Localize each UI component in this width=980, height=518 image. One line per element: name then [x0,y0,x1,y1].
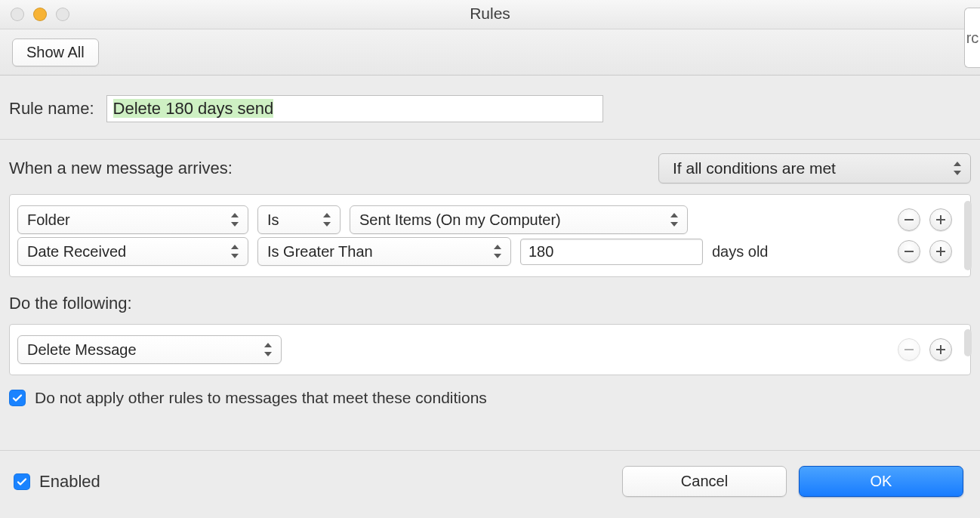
rule-name-value: Delete 180 days send [113,99,274,118]
condition-number-input[interactable]: 180 [520,239,703,265]
action-select[interactable]: Delete Message [17,335,282,364]
do-not-apply-label: Do not apply other rules to messages tha… [35,389,487,407]
condition-field-select[interactable]: Folder [17,205,248,234]
ok-button[interactable]: OK [799,466,963,497]
check-icon [16,476,28,488]
conditions-panel: Folder Is Sent Items (On my Computer) [9,194,971,277]
actions-section: Do the following: Delete Message [0,277,980,375]
add-condition-button[interactable] [929,240,952,263]
condition-suffix: days old [712,243,769,261]
minus-icon [904,219,914,220]
condition-value: Sent Items (On my Computer) [359,211,561,229]
check-icon [11,392,23,404]
enabled-row: Enabled [14,472,100,492]
show-all-button[interactable]: Show All [12,39,99,66]
updown-icon [322,213,332,227]
condition-field-value: Folder [27,211,70,229]
action-row: Delete Message [17,335,952,364]
updown-icon [492,245,503,258]
updown-icon [669,213,680,227]
conditions-header: When a new message arrives: [9,159,233,178]
condition-operator-select[interactable]: Is [257,205,341,234]
updown-icon [263,343,273,356]
condition-row: Folder Is Sent Items (On my Computer) [17,205,952,234]
window-titlebar: Rules rc [0,0,980,29]
plus-icon [936,247,945,256]
background-fragment: rc [964,8,980,68]
plus-icon [936,345,945,354]
condition-operator-select[interactable]: Is Greater Than [257,237,511,266]
actions-panel: Delete Message [9,324,971,375]
plus-icon [936,215,945,224]
actions-header: Do the following: [9,294,132,313]
rule-name-row: Rule name: Delete 180 days send [0,76,980,140]
remove-condition-button[interactable] [898,240,920,263]
do-not-apply-row: Do not apply other rules to messages tha… [0,375,980,425]
enabled-checkbox[interactable] [14,473,30,490]
condition-field-value: Date Received [27,243,126,261]
conditions-section: When a new message arrives: If all condi… [0,140,980,277]
minus-icon [904,349,914,350]
match-mode-value: If all conditions are met [673,159,836,177]
updown-icon [230,245,240,258]
action-value: Delete Message [27,341,137,359]
scrollbar[interactable] [964,201,972,270]
rule-name-label: Rule name: [9,99,94,119]
add-condition-button[interactable] [929,208,952,231]
condition-row: Date Received Is Greater Than 180 days o… [17,237,952,266]
match-mode-select[interactable]: If all conditions are met [658,153,971,183]
cancel-button[interactable]: Cancel [622,466,787,497]
scrollbar[interactable] [964,329,972,356]
dialog-footer: Enabled Cancel OK [0,450,980,518]
add-action-button[interactable] [929,338,952,361]
do-not-apply-checkbox[interactable] [9,390,26,406]
window-title: Rules [0,5,980,23]
condition-operator-value: Is [267,211,279,229]
remove-condition-button[interactable] [898,208,920,231]
condition-operator-value: Is Greater Than [267,243,373,261]
condition-value-select[interactable]: Sent Items (On my Computer) [350,205,688,234]
remove-action-button [898,338,920,361]
preferences-toolbar: Show All [0,29,980,76]
updown-icon [230,213,240,227]
updown-icon [952,162,963,175]
condition-field-select[interactable]: Date Received [17,237,248,266]
minus-icon [904,251,914,252]
enabled-label: Enabled [39,472,100,492]
rule-name-input[interactable]: Delete 180 days send [106,95,603,122]
